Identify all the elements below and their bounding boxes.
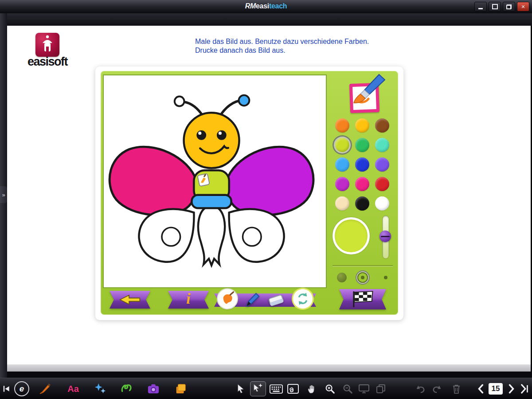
previous-page-icon[interactable] (475, 381, 486, 397)
minimize-icon (478, 8, 483, 9)
magic-cursor-icon[interactable] (249, 381, 267, 397)
easisoft-logo-text: easisoft (19, 55, 76, 69)
palette-divider (332, 265, 393, 266)
palette-swatch-black[interactable] (355, 196, 369, 211)
input-panel-icon[interactable] (286, 381, 300, 397)
brush-size-large[interactable] (337, 273, 347, 282)
checkered-flag-icon (349, 290, 376, 309)
palette-swatch-red[interactable] (375, 177, 389, 191)
instruction-line-1: Male das Bild aus. Benutze dazu verschie… (195, 37, 369, 46)
pen-icon (244, 291, 261, 308)
eye-left (196, 130, 206, 140)
activity-panel: i (101, 71, 398, 315)
text-tool-label: Aa (67, 384, 79, 394)
panel-expander[interactable]: » (0, 186, 7, 203)
window-controls: ✕ (474, 2, 529, 12)
refresh-icon (294, 290, 311, 307)
palette-swatch-light-blue[interactable] (335, 157, 349, 172)
maximize-icon (492, 4, 498, 9)
effects-tools-icon[interactable] (92, 381, 108, 397)
paint-tools-icon[interactable] (37, 381, 52, 397)
select-cursor-icon[interactable] (234, 381, 247, 397)
fit-to-screen-icon (357, 381, 371, 397)
reset-tool[interactable] (293, 289, 313, 309)
palette-swatch-cream[interactable] (335, 196, 349, 211)
next-page-icon[interactable] (506, 381, 517, 397)
close-icon: ✕ (521, 4, 525, 10)
zoom-in-icon[interactable] (323, 381, 337, 397)
wing-upper-right[interactable] (226, 147, 313, 215)
undo-icon (414, 381, 426, 397)
head[interactable] (184, 113, 239, 168)
skip-to-start-icon[interactable] (1, 381, 11, 397)
app-logo: RMeasiteach (0, 2, 532, 10)
document-page: easisoft Male das Bild aus. Benutze dazu… (7, 26, 531, 364)
brush-size-options (332, 270, 395, 285)
palette-swatch-aqua[interactable] (375, 138, 389, 152)
brush-cursor-sprite (197, 173, 209, 186)
palette-swatch-brown[interactable] (375, 118, 389, 133)
palette-swatch-golden-yellow[interactable] (355, 118, 369, 133)
butterfly-drawing (104, 75, 326, 287)
palette-swatch-magenta[interactable] (335, 177, 349, 191)
easiteach-home-icon[interactable]: e (14, 381, 29, 397)
back-arrow-icon (117, 294, 142, 305)
selected-tool-highlight (250, 381, 266, 396)
palette-swatch-blue[interactable] (355, 157, 369, 172)
easisoft-logo: easisoft (19, 33, 76, 69)
activity-card: i (95, 66, 403, 320)
last-page-icon[interactable] (520, 381, 530, 397)
brush-size-medium[interactable] (357, 272, 368, 283)
slider-handle[interactable] (379, 231, 391, 242)
antenna-tip-right[interactable] (239, 95, 250, 106)
zoom-out-icon (340, 381, 355, 397)
abdomen[interactable] (198, 206, 225, 266)
maximize-button[interactable] (489, 2, 501, 12)
palette-swatch-violet[interactable] (375, 157, 389, 172)
widgets-tools-icon[interactable] (173, 381, 189, 397)
minimize-button[interactable] (474, 2, 487, 12)
instruction-line-2: Drucke danach das Bild aus. (195, 46, 369, 55)
wing-spot-left[interactable] (162, 227, 180, 246)
pan-hand-icon[interactable] (305, 381, 318, 397)
wing-spot-right[interactable] (243, 227, 261, 246)
back-button[interactable] (110, 291, 150, 309)
eye-left-highlight (198, 132, 201, 135)
fill-tool[interactable] (218, 289, 237, 309)
active-tool-display (340, 73, 393, 116)
close-button[interactable]: ✕ (517, 2, 529, 12)
eraser-tool[interactable] (266, 291, 286, 310)
palette-swatch-orange[interactable] (335, 118, 349, 133)
logo-rm: RM (245, 2, 256, 10)
keyboard-icon[interactable] (269, 381, 284, 397)
restore-icon (506, 4, 512, 9)
text-tools-icon[interactable]: Aa (65, 381, 82, 397)
palette-swatch-pink[interactable] (355, 177, 369, 191)
antenna-tip-left[interactable] (175, 97, 184, 106)
eraser-icon (267, 292, 285, 309)
pen-tool[interactable] (243, 290, 262, 309)
page-number-value: 15 (492, 384, 500, 393)
redo-icon (431, 381, 443, 397)
palette-swatch-green[interactable] (355, 138, 369, 152)
restore-button[interactable] (503, 2, 515, 12)
body-band[interactable] (192, 195, 231, 208)
logo-teach: teach (269, 2, 287, 10)
palette-swatch-yellow-green[interactable] (335, 138, 349, 152)
finish-button[interactable] (339, 289, 386, 309)
current-color-preview (332, 217, 370, 254)
instruction-text: Male das Bild aus. Benutze dazu verschie… (195, 37, 369, 55)
brush-size-small[interactable] (384, 276, 387, 279)
media-tools-icon[interactable] (145, 381, 161, 397)
brush-size-slider[interactable] (379, 215, 391, 260)
info-button[interactable]: i (168, 291, 209, 309)
colouring-canvas[interactable] (103, 74, 327, 288)
shapes-tools-icon[interactable] (119, 381, 134, 397)
paint-splash-icon (219, 291, 235, 307)
home-letter: e (20, 384, 24, 394)
info-icon: i (186, 292, 190, 306)
palette-swatch-white[interactable] (375, 196, 389, 211)
title-bar: RMeasiteach ✕ (0, 0, 532, 14)
wing-upper-left[interactable] (110, 147, 197, 215)
application-window: RMeasiteach ✕ » easisoft Male das (0, 0, 532, 399)
